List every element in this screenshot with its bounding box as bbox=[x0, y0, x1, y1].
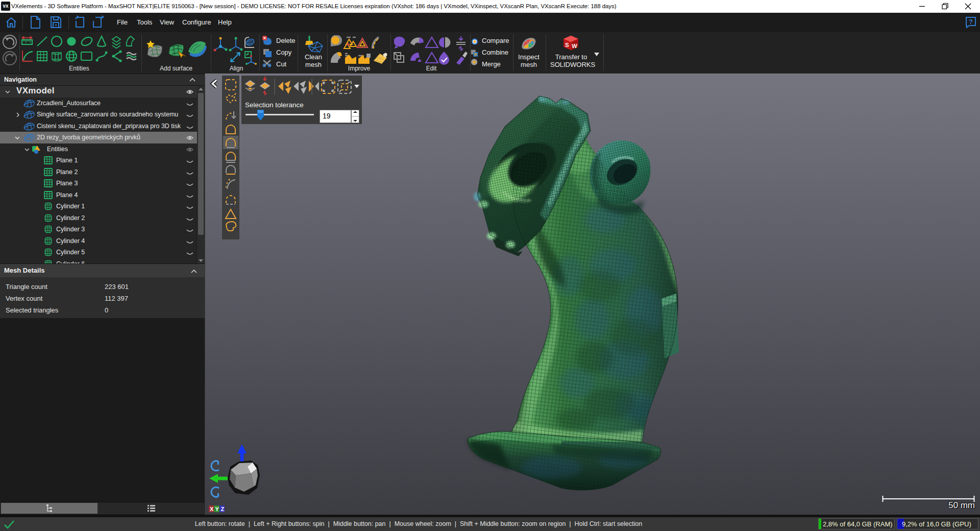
svg-text:Z: Z bbox=[221, 506, 225, 512]
svg-text:X: X bbox=[210, 506, 214, 512]
svg-text:Y: Y bbox=[215, 506, 219, 512]
svg-text:?: ? bbox=[969, 18, 973, 26]
svg-text:W: W bbox=[572, 43, 577, 49]
svg-text:S: S bbox=[565, 42, 569, 48]
